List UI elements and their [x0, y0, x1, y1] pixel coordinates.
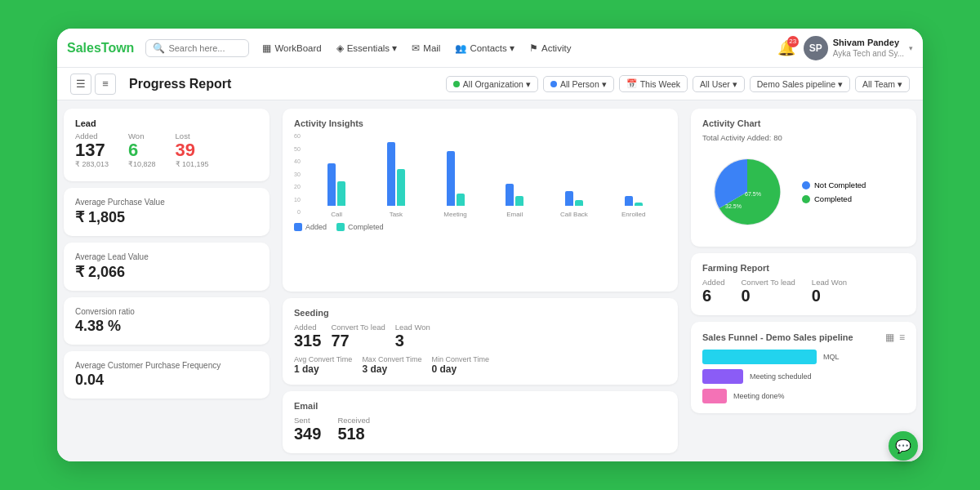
filter-pipeline-label: Demo Sales pipeline ▾: [757, 79, 843, 89]
nav-contacts-label: Contacts ▾: [470, 42, 514, 54]
bar-chart-icon[interactable]: ▦: [885, 332, 894, 343]
page-title: Progress Report: [129, 77, 439, 91]
email-received-label: Received: [337, 416, 370, 425]
bar-completed: [515, 196, 523, 206]
nav-activity-label: Activity: [541, 43, 571, 53]
farming-won-label: Lead Won: [812, 278, 847, 287]
funnel-bar-meeting-scheduled: [702, 369, 743, 384]
bar-label: Task: [390, 211, 403, 218]
lead-won-sub: ₹10,828: [128, 160, 156, 168]
app-logo[interactable]: SalesTown: [67, 41, 134, 56]
nav-essentials-label: Essentials ▾: [347, 42, 398, 54]
right-panel: Activity Chart Total Activity Added: 80 …: [684, 100, 923, 461]
conversion-value: 4.38 %: [75, 318, 258, 335]
lead-lost-sub: ₹ 101,195: [176, 160, 209, 168]
user-name: Shivam Pandey: [833, 37, 904, 48]
essentials-icon: ◈: [336, 42, 344, 54]
chart-legend: Added Completed: [294, 223, 666, 231]
avg-convert-value: 1 day: [294, 363, 352, 375]
nav-contacts[interactable]: 👥 Contacts ▾: [448, 39, 521, 57]
nav-workboard[interactable]: ▦ WorkBoard: [256, 39, 327, 57]
nav-activity[interactable]: ⚑ Activity: [523, 39, 577, 57]
seeding-added-label: Added: [294, 323, 321, 332]
bar-added: [625, 196, 633, 206]
filter-person-label: All Person ▾: [560, 79, 607, 89]
bars: [447, 151, 465, 207]
avg-freq-card: Average Customer Purchase Frequency 0.04: [64, 351, 270, 399]
contacts-icon: 👥: [455, 42, 466, 54]
bar-group-call: Call: [307, 163, 367, 219]
lead-added-group: Added 137 ₹ 283,013: [75, 131, 109, 168]
search-box[interactable]: 🔍: [145, 39, 249, 57]
max-convert-value: 3 day: [362, 363, 421, 375]
chat-button[interactable]: 💬: [889, 431, 918, 461]
notification-bell[interactable]: 🔔 23: [777, 39, 795, 57]
farming-card: Farming Report Added 6 Convert To lead 0…: [691, 253, 916, 315]
bars: [327, 163, 345, 207]
activity-insights-card: Activity Insights 0102030405060 CallTask…: [283, 109, 678, 292]
funnel-label-meeting-done: Meeting done%: [733, 392, 785, 400]
filter-organization[interactable]: All Organization ▾: [446, 76, 538, 92]
pie-not-completed-pct: 32.5%: [725, 203, 742, 209]
filter-bar: All Organization ▾ All Person ▾ 📅 This W…: [446, 75, 910, 92]
legend-added: Added: [294, 223, 327, 231]
filter-team[interactable]: All Team ▾: [855, 76, 910, 92]
min-convert-label: Min Convert Time: [431, 355, 489, 363]
user-chevron-icon: ▾: [909, 44, 913, 52]
completed-dot: [802, 195, 810, 203]
filter-pipeline[interactable]: Demo Sales pipeline ▾: [750, 76, 850, 92]
bars: [506, 184, 523, 206]
pie-chart-wrap: 67.5% 32.5% Not Completed Completed: [702, 147, 905, 237]
bar-label: Email: [506, 211, 523, 218]
filter-org-label: All Organization ▾: [463, 79, 531, 89]
nav-workboard-label: WorkBoard: [274, 43, 321, 53]
bar-group-meeting: Meeting: [425, 151, 485, 219]
lead-card: Lead Added 137 ₹ 283,013 Won 6 ₹10,828 L…: [64, 109, 270, 181]
bar-completed: [575, 200, 583, 207]
bars: [565, 191, 583, 206]
farming-convert: Convert To lead 0: [741, 278, 795, 305]
farming-added: Added 6: [702, 278, 724, 305]
list-view-button[interactable]: ≡: [95, 74, 116, 95]
avg-convert-label: Avg Convert Time: [294, 355, 352, 363]
user-info[interactable]: SP Shivam Pandey Ayka Tech and Sy... ▾: [804, 36, 913, 60]
nav-essentials[interactable]: ◈ Essentials ▾: [330, 39, 404, 57]
topnav: SalesTown 🔍 ▦ WorkBoard ◈ Essentials ▾ ✉…: [57, 29, 923, 68]
bar-label: Call: [331, 211, 342, 218]
completed-label: Completed: [814, 194, 852, 203]
seeding-won-value: 3: [395, 332, 430, 350]
lead-card-title: Lead: [75, 118, 258, 128]
bar-chart: CallTaskMeetingEmailCall BackEnrolled: [304, 136, 666, 218]
search-input[interactable]: [168, 43, 242, 53]
lead-lost-group: Lost 39 ₹ 101,195: [176, 131, 209, 168]
filter-week[interactable]: 📅 This Week: [619, 75, 688, 92]
filter-person[interactable]: All Person ▾: [543, 76, 614, 92]
bar-added: [327, 163, 336, 207]
grid-view-button[interactable]: ☰: [70, 74, 91, 95]
funnel-header: Sales Funnel - Demo Sales pipeline ▦ ≡: [702, 332, 905, 343]
farming-title: Farming Report: [702, 263, 905, 273]
bar-completed: [635, 203, 643, 207]
email-sent-value: 349: [294, 425, 321, 443]
bar-group-enrolled: Enrolled: [604, 196, 663, 218]
bar-added: [447, 151, 455, 207]
menu-icon[interactable]: ≡: [899, 332, 905, 343]
funnel-row-meeting-scheduled: Meeting scheduled: [702, 369, 905, 384]
pie-completed-pct: 67.5%: [745, 191, 761, 197]
activity-chart-card: Activity Chart Total Activity Added: 80 …: [691, 109, 916, 247]
legend-completed-dot: [336, 223, 345, 231]
bar-added: [565, 191, 573, 206]
funnel-label-meeting-scheduled: Meeting scheduled: [750, 372, 812, 381]
bar-label: Call Back: [560, 211, 588, 218]
min-convert-time: Min Convert Time 0 day: [431, 355, 489, 375]
left-panel: Lead Added 137 ₹ 283,013 Won 6 ₹10,828 L…: [57, 100, 276, 461]
farming-won-value: 0: [812, 287, 847, 305]
seeding-won: Lead Won 3: [395, 323, 430, 350]
nav-mail[interactable]: ✉ Mail: [405, 39, 447, 57]
filter-user[interactable]: All User ▾: [693, 76, 745, 92]
notification-badge: 23: [787, 36, 799, 47]
legend-completed-label: Completed: [348, 223, 384, 231]
farming-convert-value: 0: [741, 287, 795, 305]
lead-added-sub: ₹ 283,013: [75, 160, 109, 168]
nav-right: 🔔 23 SP Shivam Pandey Ayka Tech and Sy..…: [777, 36, 913, 60]
